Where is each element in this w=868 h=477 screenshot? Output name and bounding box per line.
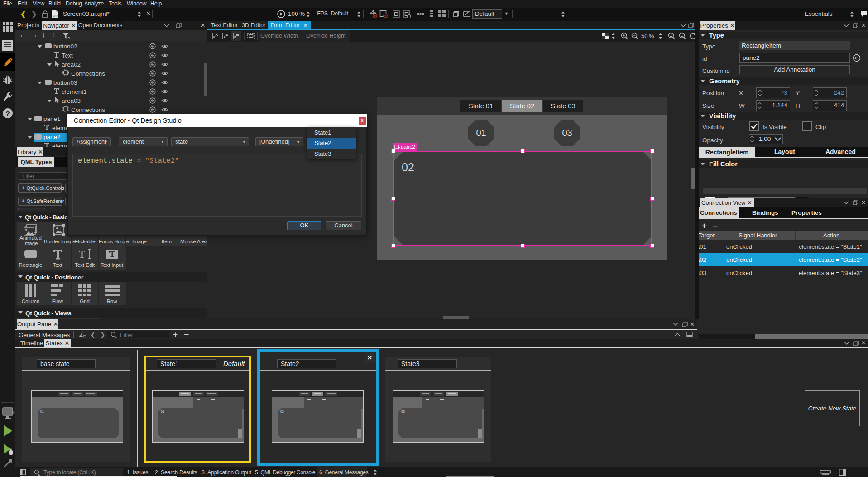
svg-text:?: ?	[5, 110, 10, 117]
svg-text:qml: qml	[53, 14, 58, 18]
svg-text:A: A	[225, 33, 228, 37]
